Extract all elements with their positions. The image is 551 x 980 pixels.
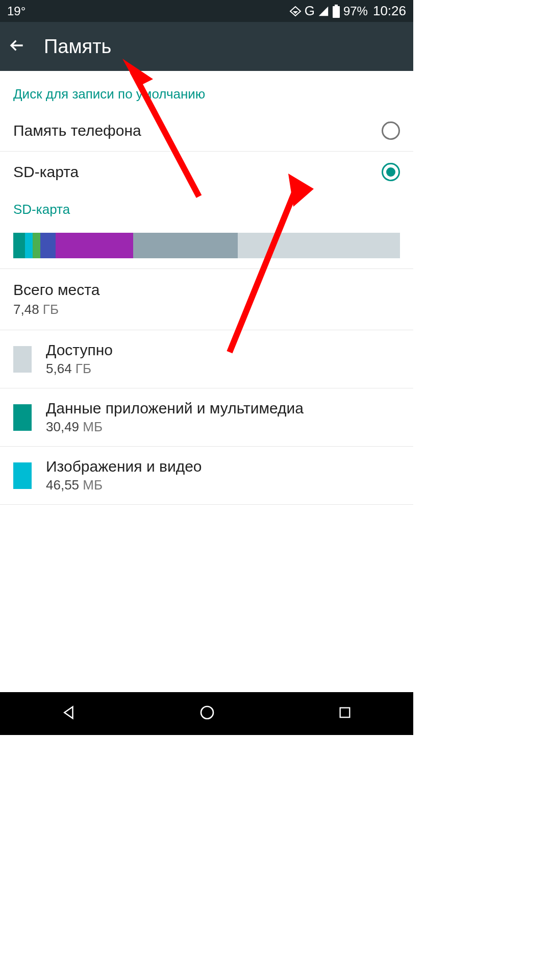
back-button[interactable] [9, 37, 26, 56]
radio-option-phone-memory[interactable]: Память телефона [0, 110, 413, 152]
status-bar: 19° G 97% 10:26 [0, 0, 413, 22]
network-type-icon: G [305, 3, 315, 19]
category-row[interactable]: Данные приложений и мультимедиа 30,49 МБ [0, 388, 413, 447]
category-label: Доступно [46, 341, 400, 359]
radio-button-selected[interactable] [382, 163, 400, 181]
storage-segment [238, 233, 400, 258]
battery-icon [332, 5, 340, 18]
storage-segment [40, 233, 56, 258]
total-value: 7,48 ГБ [13, 302, 400, 317]
category-value: 5,64 ГБ [46, 361, 400, 377]
svg-rect-3 [340, 708, 350, 718]
storage-usage-bar [0, 226, 413, 269]
section-default-disk: Диск для записи по умолчанию [0, 71, 413, 110]
svg-rect-0 [335, 5, 338, 6]
svg-point-2 [201, 706, 213, 719]
category-color-icon [13, 404, 32, 431]
clock: 10:26 [373, 3, 406, 19]
total-space-row[interactable]: Всего места 7,48 ГБ [0, 269, 413, 330]
nav-home-button[interactable] [199, 704, 215, 723]
navigation-bar [0, 692, 413, 735]
storage-segment [33, 233, 40, 258]
category-row[interactable]: Доступно 5,64 ГБ [0, 330, 413, 388]
category-label: Изображения и видео [46, 458, 400, 475]
storage-segment [13, 233, 25, 258]
storage-segment [56, 233, 133, 258]
category-value: 46,55 МБ [46, 477, 400, 493]
category-label: Данные приложений и мультимедиа [46, 400, 400, 417]
category-color-icon [13, 346, 32, 373]
category-value: 30,49 МБ [46, 419, 400, 435]
radio-option-sd-card[interactable]: SD-карта [0, 152, 413, 192]
total-label: Всего места [13, 281, 400, 299]
wifi-icon [289, 5, 302, 17]
signal-icon [318, 6, 329, 17]
storage-segment [133, 233, 238, 258]
temperature-indicator: 19° [7, 4, 26, 18]
page-title: Память [44, 36, 111, 58]
radio-label: Память телефона [13, 122, 141, 139]
storage-segment [25, 233, 33, 258]
nav-back-button[interactable] [61, 705, 77, 722]
category-color-icon [13, 462, 32, 489]
app-bar: Память [0, 22, 413, 71]
svg-rect-1 [333, 6, 340, 18]
radio-button-unselected[interactable] [382, 121, 400, 140]
radio-label: SD-карта [13, 163, 79, 181]
category-row[interactable]: Изображения и видео 46,55 МБ [0, 447, 413, 505]
section-sd-card: SD-карта [0, 192, 413, 226]
nav-recent-button[interactable] [338, 705, 352, 722]
battery-percentage: 97% [343, 4, 368, 18]
